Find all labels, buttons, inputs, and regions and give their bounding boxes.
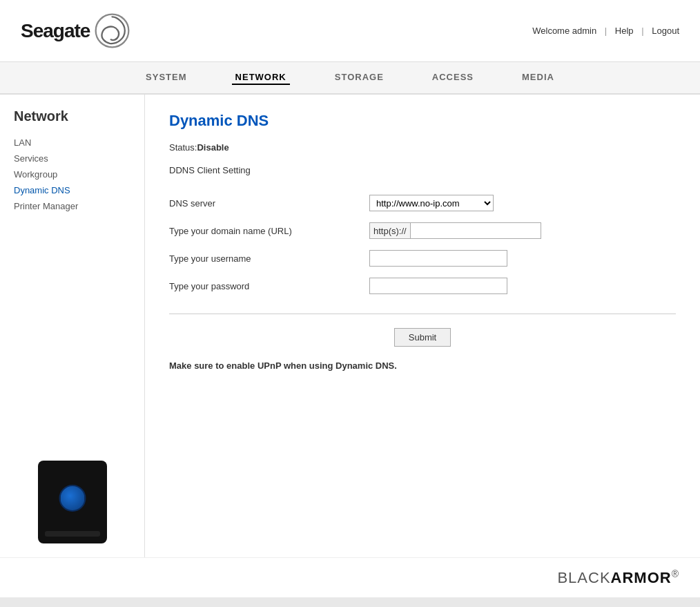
dns-select-wrapper: http://www.no-ip.com xyxy=(369,195,676,211)
logo-area: Seagate xyxy=(21,12,131,50)
dns-server-row: DNS server http://www.no-ip.com xyxy=(169,189,676,217)
nav-media[interactable]: MEDIA xyxy=(518,70,558,85)
username-label: Type your username xyxy=(169,244,362,272)
username-cell xyxy=(362,244,676,272)
sidebar-device xyxy=(14,461,130,543)
password-input[interactable] xyxy=(369,278,507,294)
sidebar-item-dynamic-dns[interactable]: Dynamic DNS xyxy=(14,184,130,196)
notice-text: Make sure to enable UPnP when using Dyna… xyxy=(169,360,676,371)
password-label: Type your password xyxy=(169,272,362,300)
submit-button[interactable]: Submit xyxy=(394,328,451,347)
url-prefix: http(s):// xyxy=(369,222,410,239)
svg-point-0 xyxy=(96,15,129,48)
footer-brand: BLACKARMOR® xyxy=(0,557,700,597)
form-table: DNS server http://www.no-ip.com Type you… xyxy=(169,189,676,300)
username-row: Type your username xyxy=(169,244,676,272)
domain-cell: http(s):// xyxy=(362,217,676,244)
welcome-text: Welcome admin xyxy=(532,26,596,36)
brand-regular: BLACK xyxy=(557,569,610,586)
sidebar-title: Network xyxy=(14,108,130,124)
sidebar-item-lan[interactable]: LAN xyxy=(14,137,130,148)
password-row: Type your password xyxy=(169,272,676,300)
seagate-logo-icon xyxy=(93,12,131,50)
device-image xyxy=(38,461,107,543)
sidebar-item-workgroup[interactable]: Workgroup xyxy=(14,168,130,180)
dns-server-label: DNS server xyxy=(169,189,362,217)
dns-server-cell: http://www.no-ip.com xyxy=(362,189,676,217)
logo-text: Seagate xyxy=(21,20,90,42)
logout-link[interactable]: Logout xyxy=(652,26,679,36)
content-area: Dynamic DNS Status:Disable DDNS Client S… xyxy=(145,95,700,557)
main-layout: Network LAN Services Workgroup Dynamic D… xyxy=(0,95,700,557)
brand-bold: ARMOR xyxy=(611,569,672,586)
ddns-section-title: DDNS Client Setting xyxy=(169,165,676,175)
trademark: ® xyxy=(672,568,679,579)
sidebar-item-printer-manager[interactable]: Printer Manager xyxy=(14,200,130,212)
domain-label: Type your domain name (URL) xyxy=(169,217,362,244)
header-right: Welcome admin | Help | Logout xyxy=(532,26,679,36)
url-wrapper: http(s):// xyxy=(369,222,676,239)
sidebar: Network LAN Services Workgroup Dynamic D… xyxy=(0,95,145,557)
nav-bar: SYSTEM NETWORK STORAGE ACCESS MEDIA xyxy=(0,62,700,95)
username-input[interactable] xyxy=(369,250,507,267)
submit-row: Submit xyxy=(169,328,676,347)
nav-system[interactable]: SYSTEM xyxy=(142,70,190,85)
status-value: Disable xyxy=(197,142,229,153)
status-line: Status:Disable xyxy=(169,142,676,153)
dns-server-select[interactable]: http://www.no-ip.com xyxy=(369,195,494,211)
blackarmor-logo: BLACKARMOR® xyxy=(557,568,679,587)
separator-2: | xyxy=(641,26,643,36)
nav-access[interactable]: ACCESS xyxy=(429,70,477,85)
form-divider xyxy=(169,314,676,314)
nav-network[interactable]: NETWORK xyxy=(232,70,290,85)
status-label: Status: xyxy=(169,142,197,153)
nav-storage[interactable]: STORAGE xyxy=(331,70,387,85)
sidebar-item-services[interactable]: Services xyxy=(14,153,130,164)
sidebar-nav: LAN Services Workgroup Dynamic DNS Print… xyxy=(14,137,130,212)
domain-input[interactable] xyxy=(410,222,541,239)
separator-1: | xyxy=(605,26,607,36)
page-title: Dynamic DNS xyxy=(169,112,676,130)
password-cell xyxy=(362,272,676,300)
header: Seagate Welcome admin | Help | Logout xyxy=(0,0,700,62)
domain-row: Type your domain name (URL) http(s):// xyxy=(169,217,676,244)
help-link[interactable]: Help xyxy=(615,26,634,36)
